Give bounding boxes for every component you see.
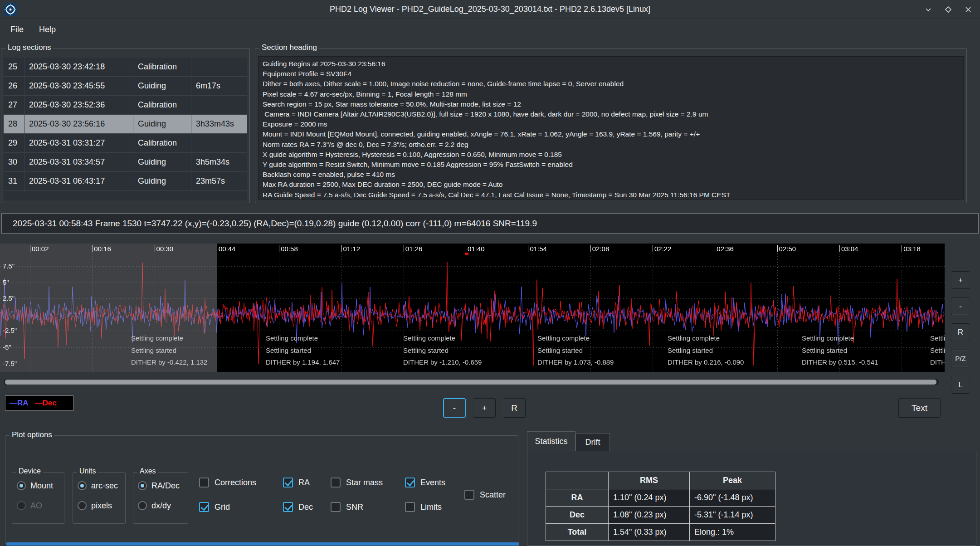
checkbox-icon bbox=[199, 502, 209, 512]
log-section-row[interactable]: 292025-03-31 03:31:27Calibration bbox=[4, 134, 247, 153]
event-line: Settling complete bbox=[403, 332, 482, 345]
maximize-button[interactable] bbox=[944, 5, 953, 14]
section-heading-line: Dither = both axes, Dither scale = 1.000… bbox=[263, 79, 959, 89]
statistics-table: RMSPeakRA1.10" (0.24 px)-6.90" (-1.48 px… bbox=[546, 472, 775, 541]
diamond-icon bbox=[944, 5, 952, 14]
text-button[interactable]: Text bbox=[898, 398, 941, 418]
checkbox-events[interactable]: Events bbox=[405, 477, 445, 488]
checkbox-label: Events bbox=[420, 478, 445, 487]
event-line: Settling started bbox=[537, 345, 614, 357]
time-tick: 02:08 bbox=[590, 245, 609, 253]
time-tick-label: 01:40 bbox=[468, 245, 485, 253]
time-tick: 01:26 bbox=[404, 245, 423, 253]
time-tick-label: 03:04 bbox=[841, 245, 858, 253]
log-section-row[interactable]: 302025-03-31 03:34:57Guiding3h5m34s bbox=[4, 153, 247, 172]
radio-mount[interactable]: Mount bbox=[17, 480, 53, 492]
log-cell-duration: 6m17s bbox=[191, 77, 247, 95]
log-sections-title: Log sections bbox=[5, 43, 53, 52]
log-cell-datetime: 2025-03-31 03:31:27 bbox=[24, 134, 133, 152]
checkbox-corrections[interactable]: Corrections bbox=[199, 477, 256, 488]
log-cell-duration: 3h33m43s bbox=[191, 115, 247, 133]
log-cell-num: 26 bbox=[4, 77, 24, 95]
device-group: DeviceMountAO bbox=[12, 472, 64, 524]
guide-graph[interactable]: 00:0200:1600:3000:4400:5801:1201:2601:40… bbox=[0, 244, 945, 372]
tick-mark bbox=[653, 245, 653, 252]
zoom-in-button[interactable]: + bbox=[473, 398, 496, 418]
radio-ra-dec[interactable]: RA/Dec bbox=[138, 480, 180, 492]
reset-button[interactable]: R bbox=[503, 398, 526, 418]
stats-value-cell: -6.90" (-1.48 px) bbox=[690, 489, 775, 507]
checkbox-icon bbox=[405, 502, 415, 512]
log-section-row[interactable]: 312025-03-31 06:43:17Guiding23m57s bbox=[4, 172, 247, 191]
log-cell-datetime: 2025-03-30 23:56:16 bbox=[24, 115, 133, 133]
checkbox-scatter[interactable]: Scatter bbox=[464, 489, 506, 501]
time-tick: 00:16 bbox=[92, 245, 111, 253]
checkbox-dec[interactable]: Dec bbox=[283, 501, 313, 513]
checkbox-label: Limits bbox=[420, 502, 442, 512]
log-cell-type: Calibration bbox=[133, 58, 191, 76]
radio-arc-sec[interactable]: arc-sec bbox=[78, 480, 118, 492]
menu-help[interactable]: Help bbox=[32, 22, 63, 38]
event-line: Settling complete bbox=[668, 332, 744, 345]
checkbox-label: RA bbox=[298, 478, 310, 487]
radio-button-icon bbox=[138, 481, 147, 490]
time-tick-label: 01:54 bbox=[530, 245, 547, 253]
y-axis-label: -7.5" bbox=[3, 360, 17, 367]
minimize-button[interactable] bbox=[924, 5, 933, 14]
radio-dx-dy[interactable]: dx/dy bbox=[138, 500, 171, 512]
section-heading-line: X guide algorithm = Hysteresis, Hysteres… bbox=[263, 150, 959, 160]
legend-ra-label: RA bbox=[17, 399, 29, 407]
log-section-row[interactable]: 272025-03-30 23:52:36Calibration bbox=[4, 96, 247, 115]
stats-row-label: Total bbox=[546, 524, 609, 541]
log-section-row[interactable]: 282025-03-30 23:56:16Guiding3h33m43s bbox=[4, 115, 247, 134]
stats-value-cell: 1.10" (0.24 px) bbox=[609, 489, 690, 507]
event-line: Settling started bbox=[131, 345, 207, 357]
graph-scrollbar-thumb[interactable] bbox=[5, 380, 936, 385]
time-tick: 00:02 bbox=[30, 245, 49, 253]
checkbox-limits[interactable]: Limits bbox=[405, 501, 442, 513]
zoom-out-button[interactable]: - bbox=[443, 398, 466, 418]
menu-file[interactable]: File bbox=[4, 22, 30, 38]
section-heading-line: Camera = INDI Camera [Altair ALTAIR290C3… bbox=[263, 109, 959, 119]
graph-plus-button[interactable]: + bbox=[951, 271, 970, 289]
section-heading-line: Equipment Profile = SV30F4 bbox=[263, 69, 959, 79]
log-section-row[interactable]: 262025-03-30 23:45:55Guiding6m17s bbox=[4, 77, 247, 96]
checkbox-ra[interactable]: RA bbox=[283, 477, 310, 488]
log-cell-duration bbox=[191, 134, 247, 152]
checkbox-snr[interactable]: SNR bbox=[331, 501, 363, 513]
time-tick: 03:18 bbox=[902, 245, 921, 253]
log-cell-datetime: 2025-03-30 23:52:36 bbox=[24, 96, 133, 114]
checkbox-icon bbox=[464, 490, 474, 500]
tab-statistics[interactable]: Statistics bbox=[527, 431, 575, 451]
close-button[interactable] bbox=[964, 5, 973, 14]
section-heading-panel: Section heading Guiding Begins at 2025-0… bbox=[255, 48, 967, 203]
log-cell-type: Calibration bbox=[133, 134, 191, 152]
window-title: PHD2 Log Viewer - PHD2_GuideLog_2025-03-… bbox=[0, 5, 980, 14]
tab-drift[interactable]: Drift bbox=[575, 433, 610, 451]
units-group: Unitsarc-secpixels bbox=[73, 472, 126, 524]
checkbox-star-mass[interactable]: Star mass bbox=[331, 477, 383, 488]
menu-bar: FileHelp bbox=[0, 20, 980, 39]
guide-event-annotation: Settling completeSettling startedDITHER … bbox=[266, 332, 340, 369]
radio-label: dx/dy bbox=[151, 501, 171, 511]
checkbox-icon bbox=[283, 478, 293, 487]
section-heading-text: Guiding Begins at 2025-03-30 23:56:16Equ… bbox=[258, 56, 964, 200]
radio-pixels[interactable]: pixels bbox=[78, 500, 112, 512]
graph-pz-button[interactable]: P/Z bbox=[951, 350, 970, 367]
tick-mark bbox=[466, 245, 466, 252]
graph-l-button[interactable]: L bbox=[951, 376, 970, 394]
title-bar[interactable]: PHD2 Log Viewer - PHD2_GuideLog_2025-03-… bbox=[0, 0, 980, 19]
graph-r-button[interactable]: R bbox=[951, 323, 970, 341]
stats-value-cell: 1.54" (0.33 px) bbox=[609, 524, 690, 541]
event-line: DITHER by -0.422, 1.132 bbox=[131, 356, 207, 369]
ra-line-swatch: — bbox=[10, 399, 17, 407]
event-line: Settling complete bbox=[537, 332, 614, 345]
log-cell-num: 25 bbox=[4, 58, 24, 76]
checkbox-grid[interactable]: Grid bbox=[199, 501, 230, 513]
tick-mark bbox=[217, 245, 217, 252]
graph-minus-button[interactable]: - bbox=[951, 297, 970, 315]
frame-status-text: 2025-03-31 00:58:43 Frame 1530 t=3747.22… bbox=[13, 219, 537, 229]
section-heading-line: Pixel scale = 4.67 arc-sec/px, Binning =… bbox=[263, 89, 959, 99]
graph-scrollbar[interactable] bbox=[4, 379, 939, 385]
log-section-row[interactable]: 252025-03-30 23:42:18Calibration bbox=[4, 58, 247, 77]
